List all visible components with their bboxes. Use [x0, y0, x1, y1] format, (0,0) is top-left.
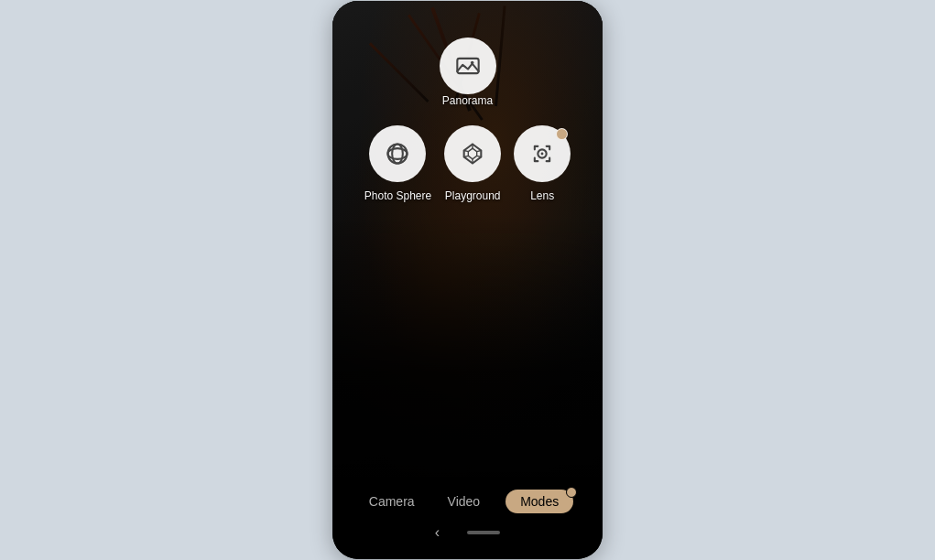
svg-marker-6	[469, 148, 477, 159]
photo-sphere-label: Photo Sphere	[364, 189, 431, 202]
lens-label: Lens	[530, 189, 554, 202]
playground-icon-circle	[444, 125, 501, 182]
svg-point-14	[541, 153, 544, 156]
mode-item-lens[interactable]: Lens	[514, 125, 571, 202]
phone-container: Panorama Photo Sphere	[332, 1, 603, 559]
svg-point-1	[470, 61, 473, 65]
back-button[interactable]: ‹	[435, 524, 440, 541]
lens-icon	[529, 141, 555, 167]
photo-sphere-icon	[385, 141, 410, 167]
nav-tabs: Camera Video Modes	[362, 477, 573, 519]
photo-sphere-icon-circle	[369, 125, 426, 182]
modes-second-row: Photo Sphere	[364, 125, 571, 202]
panorama-label: Panorama	[442, 94, 493, 107]
svg-point-3	[393, 145, 404, 164]
svg-point-4	[388, 145, 408, 164]
modes-overlay: Panorama Photo Sphere	[332, 1, 603, 477]
tab-camera[interactable]: Camera	[362, 490, 422, 512]
playground-icon	[460, 141, 485, 167]
home-indicator-row: ‹	[435, 519, 500, 541]
home-indicator	[467, 531, 500, 534]
mode-item-panorama[interactable]: Panorama	[440, 38, 496, 107]
tab-video[interactable]: Video	[440, 490, 488, 512]
lens-icon-circle	[514, 125, 571, 182]
playground-label: Playground	[445, 189, 501, 202]
panorama-icon	[455, 53, 481, 79]
tab-modes[interactable]: Modes	[506, 490, 573, 513]
panorama-icon-circle	[440, 38, 496, 94]
bottom-bar: Camera Video Modes ‹	[332, 477, 603, 559]
mode-item-playground[interactable]: Playground	[444, 125, 501, 202]
mode-item-photo-sphere[interactable]: Photo Sphere	[364, 125, 431, 202]
svg-point-2	[388, 148, 408, 159]
camera-view: Panorama Photo Sphere	[332, 1, 603, 477]
